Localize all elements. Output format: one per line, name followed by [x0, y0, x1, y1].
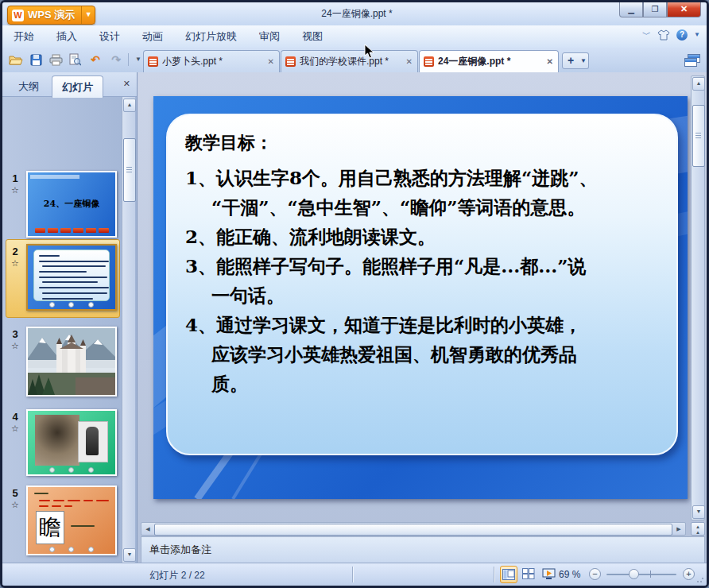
collapse-ribbon-icon[interactable]: ﹀ — [642, 29, 651, 41]
slide-1-title-text: 24、一座铜像 — [28, 198, 115, 210]
zoom-slider-thumb[interactable] — [629, 569, 639, 579]
doc-tab-1[interactable]: 小萝卜头.ppt * ✕ — [143, 50, 280, 72]
ppt-file-icon — [424, 56, 434, 67]
slide-line: 3、能照样子写句子。能照样子用“凡是...都...”说 — [185, 251, 662, 280]
skin-shirt-icon[interactable] — [657, 29, 670, 41]
scroll-right-icon[interactable]: ▶ — [673, 524, 684, 534]
doc-tab-1-close-icon[interactable]: ✕ — [268, 57, 274, 66]
slide-sorter-view-button[interactable] — [520, 566, 537, 583]
window-title: 24一座铜像.ppt * — [241, 7, 473, 21]
slide-thumbnail-row-2[interactable]: 2 ☆ — [2, 244, 120, 314]
slide-2-thumbnail[interactable] — [26, 244, 117, 311]
fountain-photo — [35, 415, 79, 466]
current-slide-canvas[interactable]: 教学目标： 1、认识生字8个。用自己熟悉的方法理解“迸跳”、 “干涸”、“急中生… — [153, 96, 688, 499]
slide-line: “干涸”、“急中生智”、“瞻仰”等词语的意思。 — [185, 192, 662, 222]
horizontal-scrollbar[interactable]: ◀ ▶ — [141, 522, 686, 536]
zoom-slider-track[interactable] — [606, 574, 676, 575]
slide-title: 教学目标： — [185, 131, 662, 155]
slide-4-thumbnail[interactable] — [26, 409, 117, 476]
doc-tab-2-close-icon[interactable]: ✕ — [406, 57, 413, 66]
doc-tab-3-close-icon[interactable]: ✕ — [547, 57, 553, 66]
redo-icon[interactable]: ↷ — [107, 52, 125, 68]
animation-star-icon: ☆ — [7, 341, 23, 351]
vertical-scrollbar[interactable]: ▲ ▼ — [691, 75, 705, 520]
animation-star-icon: ☆ — [7, 258, 23, 269]
menu-review[interactable]: 审阅 — [248, 26, 291, 47]
doc-tab-2-label: 我们的学校课件.ppt * — [300, 55, 389, 68]
print-preview-icon[interactable] — [66, 52, 83, 68]
scroll-left-icon[interactable]: ◀ — [142, 524, 153, 534]
panel-close-icon[interactable]: ✕ — [123, 79, 130, 89]
new-tab-dropdown-icon[interactable]: ▼ — [579, 52, 589, 69]
doc-tab-3-active[interactable]: 24一座铜像.ppt * ✕ — [419, 50, 559, 72]
zoom-in-icon[interactable]: + — [683, 568, 695, 580]
slide-thumbnail-row-4[interactable]: 4 ☆ — [2, 409, 120, 479]
menu-animation[interactable]: 动画 — [131, 26, 174, 47]
maximize-button[interactable]: ❐ — [643, 2, 667, 17]
slide-number: 1 — [7, 172, 23, 184]
slide-number: 3 — [7, 328, 23, 340]
slide-panel: 大纲 幻灯片 ✕ 1 ☆ 24、一座铜像 2 ☆ — [2, 72, 138, 563]
scroll-up-icon[interactable]: ▲ — [123, 99, 136, 112]
cascade-windows-icon[interactable] — [684, 54, 700, 67]
undo-icon[interactable]: ↶ — [87, 52, 104, 68]
slide-panel-scrollbar[interactable]: ▲ ▼ — [122, 97, 135, 563]
slide-5-thumbnail[interactable]: 瞻 — [26, 485, 117, 555]
scroll-down-icon[interactable]: ▼ — [123, 548, 136, 562]
status-bar: 幻灯片 2 / 22 69 % − + — [2, 563, 707, 586]
menu-slideshow[interactable]: 幻灯片放映 — [174, 26, 248, 47]
window-resize-grip[interactable] — [696, 575, 704, 583]
slide-line: 应该学习小英雄热爱祖国、机智勇敢的优秀品 — [185, 339, 662, 369]
previous-slide-button[interactable]: ▲▲ — [691, 522, 705, 536]
scrollbar-thumb[interactable] — [692, 105, 705, 167]
minimize-button[interactable]: ▁ — [619, 2, 643, 17]
wps-app-button[interactable]: W WPS 演示 ▼ — [7, 6, 95, 25]
wps-logo-icon: W — [12, 10, 24, 21]
slide-line: 一句话。 — [185, 280, 662, 310]
slide-text-block[interactable]: 教学目标： 1、认识生字8个。用自己熟悉的方法理解“迸跳”、 “干涸”、“急中生… — [185, 131, 662, 398]
notes-placeholder: 单击添加备注 — [149, 544, 211, 555]
scroll-down-icon[interactable]: ▼ — [692, 505, 705, 519]
wps-app-button-label: WPS 演示 — [28, 8, 81, 22]
print-icon[interactable] — [47, 52, 64, 68]
castle-photo — [28, 328, 115, 395]
scroll-up-icon[interactable]: ▲ — [692, 77, 705, 91]
slide-editing-area: 教学目标： 1、认识生字8个。用自己熟悉的方法理解“迸跳”、 “干涸”、“急中生… — [138, 72, 707, 563]
wps-presentation-window: W WPS 演示 ▼ 24一座铜像.ppt * ▁ ❐ ✕ 开始 插入 设计 动… — [0, 0, 709, 588]
animation-star-icon: ☆ — [7, 500, 23, 510]
doc-tab-3-label: 24一座铜像.ppt * — [438, 55, 510, 68]
menu-insert[interactable]: 插入 — [45, 26, 88, 47]
scrollbar-thumb[interactable] — [154, 524, 672, 536]
doc-tab-2[interactable]: 我们的学校课件.ppt * ✕ — [281, 50, 418, 72]
zoom-percent-label: 69 % — [559, 569, 580, 580]
slide-line: 质。 — [185, 369, 662, 398]
slideshow-view-button[interactable] — [540, 566, 557, 583]
save-icon[interactable] — [27, 52, 45, 68]
toolbar-tab-row: ↶ ↷ ▼ 小萝卜头.ppt * ✕ 我们的学校课件.ppt * ✕ 24一座铜… — [2, 48, 707, 73]
slide-1-thumbnail[interactable]: 24、一座铜像 — [26, 171, 117, 238]
tab-slides[interactable]: 幻灯片 — [52, 75, 103, 98]
open-file-icon[interactable] — [7, 52, 25, 68]
slide-thumbnail-row-3[interactable]: 3 ☆ — [2, 327, 120, 400]
title-bar: W WPS 演示 ▼ 24一座铜像.ppt * ▁ ❐ ✕ — [2, 2, 707, 25]
more-options-icon[interactable]: ▼ — [694, 31, 700, 38]
wps-app-button-dropdown[interactable]: ▼ — [81, 6, 95, 24]
scrollbar-thumb[interactable] — [123, 138, 136, 202]
tab-outline[interactable]: 大纲 — [9, 75, 48, 97]
zoom-out-icon[interactable]: − — [589, 568, 601, 580]
status-separator — [352, 567, 353, 582]
normal-view-button[interactable] — [500, 566, 517, 583]
menu-home[interactable]: 开始 — [2, 26, 45, 47]
ppt-file-icon — [148, 56, 158, 67]
help-icon[interactable]: ? — [676, 29, 688, 41]
zoom-slider-center-tick — [650, 571, 651, 578]
slide-3-thumbnail[interactable] — [26, 327, 117, 397]
slide-thumbnail-row-5[interactable]: 5 ☆ 瞻 — [2, 485, 120, 559]
slide-thumbnail-row-1[interactable]: 1 ☆ 24、一座铜像 — [2, 171, 120, 241]
menu-design[interactable]: 设计 — [88, 26, 131, 47]
menu-view[interactable]: 视图 — [291, 26, 334, 47]
menu-right-tools: ﹀ ? ▼ — [642, 29, 700, 41]
close-button[interactable]: ✕ — [667, 2, 701, 17]
new-tab-button[interactable]: + — [562, 52, 579, 69]
slide-line: 4、通过学习课文，知道于连是比利时的小英雄， — [185, 310, 662, 339]
